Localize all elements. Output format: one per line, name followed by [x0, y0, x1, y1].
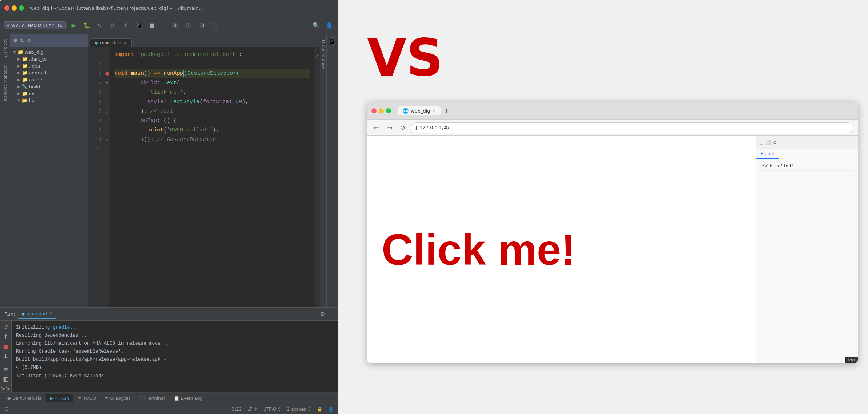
file-item-android[interactable]: ▶ 📁 android: [10, 69, 88, 76]
browser-window: 🌐 web_dig ✕ + ← → ↺ ℹ 127.0.0.1/#/ Click…: [367, 102, 858, 363]
run-button[interactable]: ▶: [69, 20, 79, 31]
line-ending[interactable]: LF ⇕: [248, 407, 257, 412]
layout2-button[interactable]: ⊡: [184, 20, 194, 31]
debug-button[interactable]: 🐛: [82, 20, 92, 31]
indent-settings[interactable]: 2 spaces ⇕: [287, 407, 311, 412]
dart-analysis-tab[interactable]: ◆ Dart Analysis: [3, 394, 46, 402]
devtools-cursor-icon[interactable]: ⬚: [759, 140, 763, 145]
close-tab-button[interactable]: ✕: [124, 41, 127, 45]
layout3-button[interactable]: ⊟: [197, 20, 207, 31]
down-btn[interactable]: ↓: [2, 353, 10, 360]
refresh-btn[interactable]: ↺: [398, 123, 408, 133]
more-btn[interactable]: >>: [2, 385, 10, 392]
browser-tab-close[interactable]: ✕: [433, 108, 436, 113]
coverage-button[interactable]: 📱: [134, 20, 144, 31]
code-editor: 1 2 3 4 5 6 7 8 9 10 11 ▽: [88, 47, 320, 307]
profile-button[interactable]: ⟳: [108, 20, 118, 31]
devtools-panel: ⬚ ⬜ ⊘ Eleme KWLM called! top: [756, 136, 858, 363]
status-bar: ☐ 3:22 LF ⇕ UTF-8 ⇕ 2 spaces ⇕ 🔒 👤: [0, 404, 338, 414]
search-button[interactable]: 🔍: [311, 20, 321, 31]
logcat-icon: ≡: [105, 395, 109, 401]
console-line-7: I/flutter (22808): KWLM called!: [16, 372, 334, 380]
minimize-panel-icon[interactable]: −: [328, 310, 333, 317]
restart-btn[interactable]: ↺: [2, 324, 10, 330]
outer-left-sidebar: 1: Project Resource Manager: [0, 34, 10, 307]
browser-tab-web-dig[interactable]: 🌐 web_dig ✕: [398, 106, 441, 115]
user-button[interactable]: 👤: [324, 20, 334, 31]
minimize-button[interactable]: [12, 5, 17, 11]
code-content[interactable]: import 'package:flutter/material.dart'; …: [110, 47, 314, 307]
event-log-tab[interactable]: 📋 Event Log: [169, 394, 207, 402]
project-panel-header: ⊕ ⇅ ⚙ −: [10, 34, 88, 47]
forward-btn[interactable]: →: [385, 123, 395, 133]
file-item-idea[interactable]: ▶ 📁 .idea: [10, 62, 88, 69]
run-tab-main[interactable]: ◆ main.dart ✕: [18, 309, 56, 319]
encoding[interactable]: UTF-8 ⇕: [263, 407, 281, 412]
close-run-tab[interactable]: ✕: [49, 311, 52, 316]
logcat-tab[interactable]: ≡ 6: Logcat: [100, 394, 135, 402]
right-gutter: ✓: [314, 47, 320, 307]
scroll-btn[interactable]: ≡: [2, 366, 10, 373]
browser-content: Click me! ⬚ ⬜ ⊘ Eleme KWLM called!: [367, 136, 858, 363]
stop-btn[interactable]: ■: [2, 343, 10, 350]
status-bar-tabs: ◆ Dart Analysis ▶ 4: Run ≡ TODO ≡ 6: Log…: [0, 392, 338, 404]
code-line-1: import 'package:flutter/material.dart';: [114, 50, 310, 60]
device-selector[interactable]: 4 WVGA (Nexus S) API 16: [4, 21, 66, 29]
layout-button[interactable]: ⊞: [170, 20, 181, 31]
git-user-icon: 👤: [328, 407, 334, 412]
main-dart-tab[interactable]: ◆ main.dart ✕: [90, 38, 132, 47]
layout4-button[interactable]: ⬛: [210, 20, 220, 31]
file-item-lib[interactable]: ▼ 📂 lib: [10, 97, 88, 104]
settings-icon[interactable]: ⚙: [320, 310, 325, 317]
file-item-build[interactable]: ▶ 🔧 build: [10, 83, 88, 90]
bottom-panel-icons: ⚙ −: [320, 310, 337, 317]
title-bar: web_dig [~/Codes/Flutter/alibaba-flutter…: [0, 0, 338, 16]
filter-btn[interactable]: ◧: [2, 376, 10, 382]
browser-close-btn[interactable]: [371, 108, 377, 113]
project-root[interactable]: ▼ 📁 web_dig: [10, 49, 88, 56]
resource-manager-tab[interactable]: Resource Manager: [2, 62, 9, 106]
lightning-button[interactable]: ⚡: [121, 20, 131, 31]
url-bar[interactable]: ℹ 127.0.0.1/#/: [411, 122, 853, 133]
device-file-icon[interactable]: 📱: [328, 37, 337, 46]
browser-minimize-btn[interactable]: [379, 108, 384, 113]
bottom-panel: Run: ◆ main.dart ✕ ⚙ − ↺ ↑ ■ ↓ ≡ ◧ >>: [0, 307, 338, 414]
dart-file-icon: ◆: [95, 40, 98, 45]
browser-new-tab-btn[interactable]: +: [444, 106, 450, 115]
code-line-5: 'Click me!',: [114, 88, 310, 97]
project-tab[interactable]: 1: Project: [2, 36, 9, 62]
devtools-content: KWLM called!: [756, 159, 858, 363]
browser-maximize-btn[interactable]: [386, 108, 391, 113]
devtools-device-icon[interactable]: ⬜: [765, 140, 771, 145]
check-mark-icon: ✓: [315, 52, 319, 61]
todo-tab[interactable]: ≡ TODO: [73, 394, 100, 402]
run-label: Run:: [1, 311, 18, 317]
back-btn[interactable]: ←: [371, 123, 382, 133]
file-item-dart-tools[interactable]: ▶ 📁 .dart_to: [10, 56, 88, 62]
console-gradle-link[interactable]: ng gradle...: [44, 325, 79, 330]
attach-button[interactable]: ↖: [95, 20, 105, 31]
ide-main: 1: Project Resource Manager ⊕ ⇅ ⚙ − ▼ 📁 …: [0, 34, 338, 307]
code-line-8: onTap: () {: [114, 116, 310, 126]
code-line-7: ), // Text: [114, 107, 310, 116]
stop-button[interactable]: ■: [147, 20, 157, 31]
cursor-checkbox: ☐: [4, 407, 8, 412]
maximize-button[interactable]: [19, 5, 24, 11]
file-item-assets[interactable]: ▶ 📁 assets: [10, 76, 88, 83]
console-output: Initializing gradle... Resolving depende…: [12, 321, 338, 392]
console-line-5: Built build/app/outputs/apk/release/app-…: [16, 356, 334, 364]
devtools-tab-elements[interactable]: Eleme: [756, 149, 779, 159]
console-left-buttons: ↺ ↑ ■ ↓ ≡ ◧ >>: [0, 321, 12, 392]
file-item-ios[interactable]: ▶ 📁 ios: [10, 90, 88, 97]
devtools-stop-icon[interactable]: ⊘: [773, 140, 777, 145]
flutter-outline-panel: Flutter Outline: [320, 34, 326, 307]
devtools-toolbar: ⬚ ⬜ ⊘: [756, 136, 858, 149]
project-panel: ⊕ ⇅ ⚙ − ▼ 📁 web_dig ▶ 📁 .dart_to ▶: [10, 34, 88, 307]
code-line-4: child: Text(: [114, 78, 310, 88]
editor-tabs: ◆ main.dart ✕: [88, 34, 320, 47]
close-button[interactable]: [4, 5, 9, 11]
up-btn[interactable]: ↑: [2, 333, 10, 340]
terminal-tab[interactable]: ⬛ Terminal: [135, 394, 169, 402]
cursor-position[interactable]: 3:22: [232, 407, 242, 412]
run-bottom-tab[interactable]: ▶ 4: Run: [46, 394, 74, 402]
